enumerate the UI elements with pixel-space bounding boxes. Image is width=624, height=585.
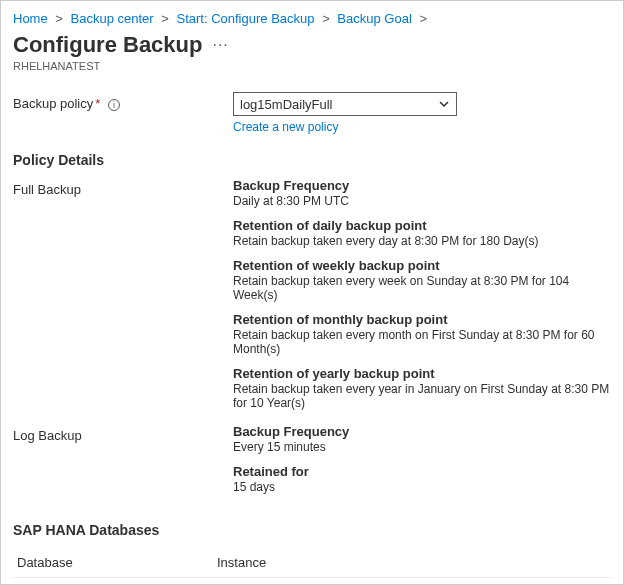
detail-block: Retention of yearly backup point Retain … [233,366,611,410]
info-icon[interactable]: i [108,99,120,111]
breadcrumb-home[interactable]: Home [13,11,48,26]
backup-policy-select[interactable]: log15mDailyFull [233,92,457,116]
policy-details-header: Policy Details [13,152,611,168]
chevron-right-icon: > [161,11,169,26]
backup-policy-label: Backup policy* i [13,92,233,111]
chevron-right-icon: > [55,11,63,26]
databases-header: SAP HANA Databases [13,522,611,538]
table-header: Database Instance [13,548,611,578]
table-row[interactable]: r75hanadb01\HN1 [13,578,611,585]
col-instance[interactable]: Instance [217,555,607,570]
log-backup-label: Log Backup [13,424,233,443]
detail-block: Backup Frequency Daily at 8:30 PM UTC [233,178,611,208]
backup-policy-value: log15mDailyFull [240,97,332,112]
detail-block: Retention of monthly backup point Retain… [233,312,611,356]
required-indicator: * [95,96,100,111]
databases-table: Database Instance r75hanadb01\HN1 NW1 r7… [13,548,611,585]
full-backup-label: Full Backup [13,178,233,197]
chevron-right-icon: > [322,11,330,26]
col-database[interactable]: Database [17,555,217,570]
chevron-down-icon [438,98,450,113]
breadcrumb-backup-goal[interactable]: Backup Goal [337,11,411,26]
detail-block: Backup Frequency Every 15 minutes [233,424,611,454]
chevron-right-icon: > [419,11,427,26]
detail-block: Retained for 15 days [233,464,611,494]
create-new-policy-link[interactable]: Create a new policy [233,120,338,134]
more-icon[interactable]: ··· [212,36,228,54]
breadcrumb: Home > Backup center > Start: Configure … [13,11,611,26]
page-subtitle: RHELHANATEST [13,60,611,72]
page-title: Configure Backup [13,32,202,58]
detail-block: Retention of weekly backup point Retain … [233,258,611,302]
breadcrumb-start-configure[interactable]: Start: Configure Backup [176,11,314,26]
detail-block: Retention of daily backup point Retain b… [233,218,611,248]
breadcrumb-backup-center[interactable]: Backup center [71,11,154,26]
